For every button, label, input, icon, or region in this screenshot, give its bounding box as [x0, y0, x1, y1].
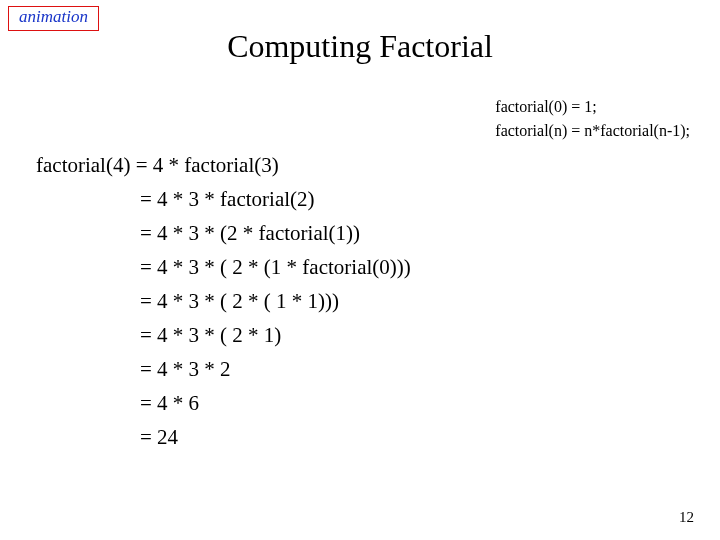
step-7: = 4 * 6: [36, 386, 411, 420]
step-2: = 4 * 3 * (2 * factorial(1)): [36, 216, 411, 250]
animation-badge: animation: [8, 6, 99, 31]
step-6: = 4 * 3 * 2: [36, 352, 411, 386]
step-5: = 4 * 3 * ( 2 * 1): [36, 318, 411, 352]
step-0: factorial(4) = 4 * factorial(3): [36, 148, 411, 182]
step-4: = 4 * 3 * ( 2 * ( 1 * 1))): [36, 284, 411, 318]
step-1: = 4 * 3 * factorial(2): [36, 182, 411, 216]
step-8: = 24: [36, 420, 411, 454]
page-number: 12: [679, 509, 694, 526]
definition-block: factorial(0) = 1; factorial(n) = n*facto…: [495, 95, 690, 143]
definition-recursive: factorial(n) = n*factorial(n-1);: [495, 119, 690, 143]
page-title: Computing Factorial: [0, 28, 720, 65]
definition-base: factorial(0) = 1;: [495, 95, 690, 119]
step-3: = 4 * 3 * ( 2 * (1 * factorial(0))): [36, 250, 411, 284]
expansion-steps: factorial(4) = 4 * factorial(3) = 4 * 3 …: [36, 148, 411, 454]
